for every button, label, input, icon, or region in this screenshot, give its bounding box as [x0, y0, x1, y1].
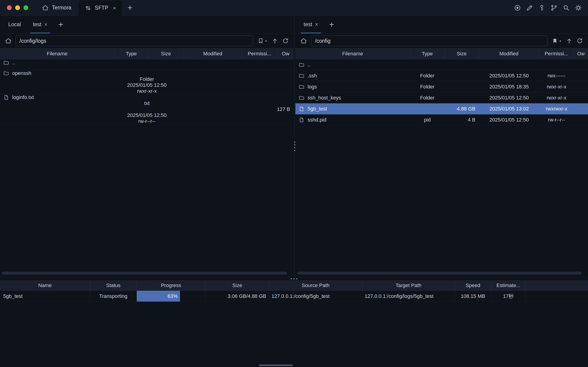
table-row[interactable]: logs Folder 2025/01/05 18:35 rwxr-xr-x	[295, 81, 588, 92]
bookmark-filled-icon[interactable]	[550, 36, 564, 46]
new-pane-tab-button[interactable]: +	[324, 16, 339, 33]
column-header-permissions[interactable]: Permissi...	[539, 49, 574, 59]
file-permissions: rwx------	[539, 70, 574, 81]
transfer-progress-bar: 63%	[137, 291, 205, 301]
table-row-selected[interactable]: 5gb_test 4.88 GB 2025/01/05 13:02 rwxrwx…	[295, 103, 588, 114]
divider-handle[interactable]	[291, 278, 298, 279]
column-header-size[interactable]: Size	[205, 280, 269, 291]
file-modified	[479, 59, 539, 70]
close-window-button[interactable]	[7, 5, 12, 10]
column-header-target-path[interactable]: Target Path	[362, 280, 455, 291]
file-type: Folder	[410, 70, 444, 81]
transfer-row[interactable]: 5gb_test Transporting 63% 3.06 GB/4.88 G…	[0, 291, 588, 302]
column-header-modified[interactable]: Modified	[184, 49, 242, 59]
horizontal-scrollbar[interactable]	[2, 272, 287, 275]
file-type	[410, 59, 444, 70]
column-header-speed[interactable]: Speed	[455, 280, 491, 291]
new-tab-button[interactable]: +	[123, 0, 137, 15]
transfer-status: Transporting	[90, 291, 137, 301]
column-header-owner[interactable]: Ow	[574, 49, 588, 59]
path-input[interactable]	[311, 36, 547, 46]
settings-gear-icon[interactable]	[575, 4, 582, 11]
transfer-speed: 108.15 MB	[455, 291, 491, 301]
file-type: txt	[0, 100, 294, 106]
zoom-window-button[interactable]	[24, 5, 28, 10]
parent-directory-icon[interactable]	[564, 36, 574, 46]
minimize-window-button[interactable]	[15, 5, 20, 10]
transfers-divider[interactable]	[0, 277, 588, 280]
sftp-arrows-icon	[84, 4, 92, 12]
table-row[interactable]: ..	[295, 59, 588, 70]
filename: sshd.pid	[307, 117, 326, 123]
termora-window: Termora SFTP × +	[0, 0, 588, 367]
column-header-estimate[interactable]: Estimate...	[491, 280, 526, 291]
table-row[interactable]: .ssh Folder 2025/01/05 12:50 rwx------	[295, 70, 588, 81]
titlebar-actions	[514, 0, 588, 15]
close-tab-icon[interactable]: ×	[113, 5, 116, 11]
right-file-pane: test × +	[295, 16, 588, 277]
column-header-progress[interactable]: Progress	[137, 280, 205, 291]
chevron-down-icon	[559, 39, 562, 43]
tab-test-left[interactable]: test ×	[27, 16, 54, 33]
column-header-source-path[interactable]: Source Path	[269, 280, 362, 291]
bookmark-icon[interactable]	[256, 36, 269, 46]
edit-icon[interactable]	[526, 4, 533, 11]
horizontal-scrollbar-thumb[interactable]	[259, 365, 293, 366]
table-row[interactable]: loginfo.txt txt 127 B 2025/01/05 12:50 r…	[0, 94, 294, 125]
divider-handle[interactable]	[294, 142, 295, 151]
refresh-icon[interactable]	[575, 36, 585, 46]
column-header-status[interactable]: Status	[90, 280, 137, 291]
search-icon[interactable]	[562, 4, 570, 11]
parent-directory-icon[interactable]	[270, 36, 280, 46]
record-icon[interactable]	[514, 4, 521, 11]
close-tab-icon[interactable]: ×	[44, 22, 48, 27]
column-header-size[interactable]: Size	[444, 49, 479, 59]
file-type: Folder	[410, 92, 444, 103]
file-permissions: rw-r--r--	[0, 118, 294, 124]
column-header-permissions[interactable]: Permissi...	[242, 49, 277, 59]
new-pane-tab-button[interactable]: +	[54, 16, 68, 33]
file-permissions	[539, 59, 574, 70]
table-row[interactable]: ssh_host_keys Folder 2025/01/05 12:50 rw…	[295, 92, 588, 103]
file-modified: 2025/01/05 12:50	[0, 112, 294, 118]
column-header-owner[interactable]: Ow	[277, 49, 294, 59]
file-size: 127 B	[0, 106, 294, 112]
column-header-name[interactable]: Name	[0, 280, 90, 291]
left-table-header: Filename Type Size Modified Permissi... …	[0, 48, 294, 59]
home-icon[interactable]	[3, 36, 13, 46]
file-owner	[574, 114, 588, 125]
file-modified: 2025/01/05 13:02	[479, 103, 539, 114]
pane-divider[interactable]	[294, 16, 295, 277]
file-modified: 2025/01/05 12:50	[479, 92, 539, 103]
tab-local[interactable]: Local	[2, 16, 27, 33]
close-tab-icon[interactable]: ×	[315, 22, 318, 27]
column-header-type[interactable]: Type	[114, 49, 148, 59]
file-modified: 2025/01/05 12:50	[0, 82, 294, 88]
file-type: Folder	[0, 76, 294, 82]
column-header-filename[interactable]: Filename	[0, 49, 114, 59]
horizontal-scrollbar[interactable]	[297, 272, 581, 275]
tab-termora[interactable]: Termora	[35, 0, 78, 15]
filename: openssh	[12, 70, 31, 76]
column-header-type[interactable]: Type	[410, 49, 444, 59]
folder-icon	[298, 95, 305, 101]
file-icon	[3, 94, 9, 100]
column-header-modified[interactable]: Modified	[479, 49, 539, 59]
home-icon[interactable]	[298, 36, 309, 46]
table-row[interactable]: ..	[0, 59, 294, 70]
key-icon[interactable]	[538, 4, 545, 11]
window-controls	[0, 0, 35, 15]
table-row[interactable]: sshd.pid pid 4 B 2025/01/05 12:50 rw-r--…	[295, 114, 588, 125]
tab-sftp[interactable]: SFTP ×	[78, 0, 123, 16]
file-type: Folder	[410, 81, 444, 92]
folder-icon	[3, 70, 9, 76]
file-icon	[298, 106, 305, 112]
path-input[interactable]	[16, 36, 253, 46]
transfer-source-path: 127.0.0.1:/config/5gb_test	[269, 291, 362, 301]
branch-icon[interactable]	[550, 4, 558, 11]
tab-test-right[interactable]: test ×	[298, 16, 324, 33]
column-header-filename[interactable]: Filename	[295, 49, 410, 59]
table-row[interactable]: openssh Folder 2025/01/05 12:50 rwxr-xr-…	[0, 70, 294, 94]
column-header-size[interactable]: Size	[148, 49, 184, 59]
refresh-icon[interactable]	[281, 36, 290, 46]
